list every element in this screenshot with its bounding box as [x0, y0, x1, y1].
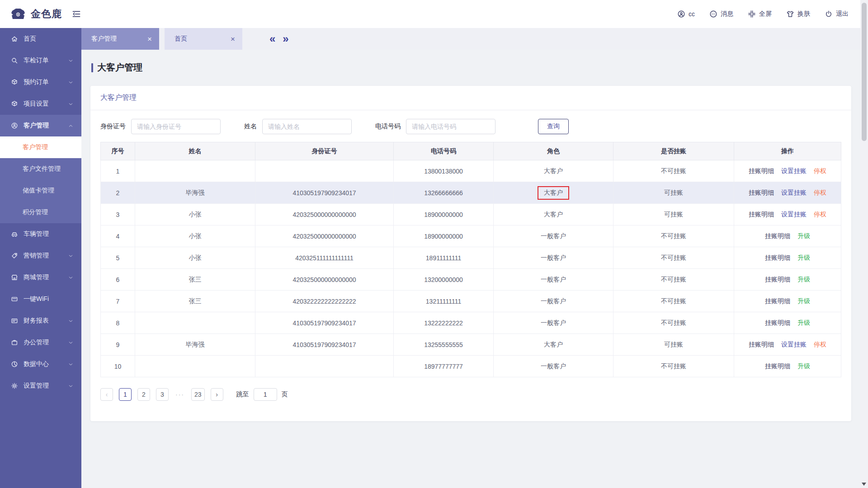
pagination-page-2[interactable]: 2 [137, 388, 150, 401]
action-detail-link[interactable]: 挂账明细 [749, 189, 774, 197]
table-row: 841030519790923401713222222222一般客户不可挂账挂账… [101, 312, 841, 334]
pagination-prev-button[interactable]: ‹ [100, 388, 113, 401]
sidebar-item-营销管理[interactable]: 营销管理 [0, 245, 81, 267]
header-user[interactable]: cc [677, 10, 695, 18]
sidebar-item-车检订单[interactable]: 车检订单 [0, 50, 81, 71]
action-detail-link[interactable]: 挂账明细 [749, 341, 774, 349]
action-revoke-link[interactable]: 停权 [814, 211, 826, 219]
tab-scroll-arrows: « » [269, 28, 289, 50]
sidebar-subitem-客户文件管理[interactable]: 客户文件管理 [0, 158, 81, 180]
sidebar-item-项目设置[interactable]: 项目设置 [0, 93, 81, 115]
sidebar-item-预约订单[interactable]: 预约订单 [0, 71, 81, 93]
shop-icon [11, 274, 18, 281]
sidebar-subitem-积分管理[interactable]: 积分管理 [0, 202, 81, 223]
column-header-姓名: 姓名 [135, 142, 255, 160]
sidebar-item-首页[interactable]: 首页 [0, 28, 81, 50]
tab-label: 客户管理 [91, 35, 117, 43]
sidebar-item-客户管理[interactable]: 客户管理 [0, 115, 81, 136]
chevron-down-icon [68, 275, 73, 280]
action-detail-link[interactable]: 挂账明细 [765, 254, 790, 262]
sidebar: 首页车检订单预约订单项目设置客户管理客户管理客户文件管理储值卡管理积分管理车辆管… [0, 28, 81, 488]
tab-label: 首页 [175, 35, 187, 43]
cell-actions: 挂账明细升级 [734, 247, 841, 269]
customer-table-wrap: 序号姓名身份证号电话号码角色是否挂账操作 113800138000大客户不可挂账… [100, 142, 841, 377]
scrollbar-down-arrow[interactable] [862, 483, 866, 486]
action-upgrade-link[interactable]: 升级 [797, 319, 810, 327]
action-detail-link[interactable]: 挂账明细 [765, 362, 790, 371]
action-revoke-link[interactable]: 停权 [814, 189, 826, 197]
action-upgrade-link[interactable]: 升级 [797, 276, 810, 284]
cell-id [255, 160, 394, 182]
customer-icon [11, 122, 18, 129]
header-action-消息[interactable]: 消息 [709, 10, 733, 18]
tab-客户管理[interactable]: 客户管理× [81, 28, 159, 50]
tabs-back-arrow[interactable]: « [269, 33, 275, 44]
action-detail-link[interactable]: 挂账明细 [765, 297, 790, 305]
brand: 金色鹿 [10, 7, 82, 21]
sidebar-item-商城管理[interactable]: 商城管理 [0, 267, 81, 288]
action-upgrade-link[interactable]: 升级 [797, 362, 810, 371]
header-action-退出[interactable]: 退出 [825, 10, 849, 18]
cell-credit: 不可挂账 [613, 291, 734, 312]
sidebar-item-财务报表[interactable]: 财务报表 [0, 310, 81, 332]
query-button[interactable]: 查询 [538, 119, 569, 134]
action-detail-link[interactable]: 挂账明细 [765, 276, 790, 284]
sidebar-item-label: 项目设置 [24, 100, 63, 108]
action-detail-link[interactable]: 挂账明细 [749, 167, 774, 175]
cell-role: 大客户 [494, 182, 613, 204]
tab-close-icon[interactable]: × [231, 35, 235, 43]
filter-input-电话号码[interactable] [406, 119, 495, 134]
sidebar-item-label: 数据中心 [24, 360, 63, 368]
tab-首页[interactable]: 首页× [165, 28, 242, 50]
tab-close-icon[interactable]: × [147, 35, 152, 43]
filter-group-身份证号: 身份证号 [100, 119, 221, 134]
action-revoke-link[interactable]: 停权 [814, 167, 826, 175]
pagination-next-button[interactable]: › [211, 388, 223, 401]
sidebar-item-车辆管理[interactable]: 车辆管理 [0, 223, 81, 245]
sidebar-collapse-icon[interactable] [71, 9, 82, 19]
cell-phone: 13200000000 [394, 269, 494, 291]
filter-input-身份证号[interactable] [131, 119, 221, 134]
gear-icon [11, 382, 18, 389]
pagination-page-23[interactable]: 23 [191, 388, 205, 401]
action-revoke-link[interactable]: 停权 [814, 341, 826, 349]
action-links: 挂账明细升级 [734, 254, 841, 262]
pagination-page-3[interactable]: 3 [156, 388, 169, 401]
cell-no: 8 [101, 312, 135, 334]
scrollbar-thumb[interactable] [862, 3, 867, 141]
sidebar-item-一键WiFi[interactable]: 一键WiFi [0, 288, 81, 310]
action-upgrade-link[interactable]: 升级 [797, 232, 810, 240]
column-header-身份证号: 身份证号 [255, 142, 394, 160]
action-set-link[interactable]: 设置挂账 [781, 211, 807, 219]
cell-name: 小张 [135, 204, 255, 225]
action-detail-link[interactable]: 挂账明细 [765, 232, 790, 240]
jump-label: 跳至 [236, 390, 249, 399]
car-icon [11, 230, 18, 238]
page-title-row: 大客户管理 [91, 61, 860, 74]
cell-phone: 13255555555 [394, 334, 494, 356]
action-set-link[interactable]: 设置挂账 [781, 189, 807, 197]
window-scrollbar[interactable] [860, 0, 868, 488]
cell-id: 420322222222222222 [255, 291, 394, 312]
sidebar-subitem-客户管理[interactable]: 客户管理 [0, 136, 81, 158]
tabs-forward-arrow[interactable]: » [283, 33, 288, 44]
action-detail-link[interactable]: 挂账明细 [749, 211, 774, 219]
chevron-down-icon [68, 340, 73, 345]
filter-input-姓名[interactable] [262, 119, 352, 134]
header-action-全屏[interactable]: 全屏 [748, 10, 772, 18]
pagination-page-1[interactable]: 1 [119, 388, 132, 401]
action-set-link[interactable]: 设置挂账 [781, 167, 807, 175]
action-detail-link[interactable]: 挂账明细 [765, 319, 790, 327]
sidebar-item-设置管理[interactable]: 设置管理 [0, 375, 81, 397]
sidebar-item-数据中心[interactable]: 数据中心 [0, 353, 81, 375]
chevron-down-icon [68, 80, 73, 85]
cell-actions: 挂账明细设置挂账停权 [734, 160, 841, 182]
action-upgrade-link[interactable]: 升级 [797, 254, 810, 262]
sidebar-item-办公管理[interactable]: 办公管理 [0, 332, 81, 353]
action-links: 挂账明细升级 [734, 232, 841, 240]
action-upgrade-link[interactable]: 升级 [797, 297, 810, 305]
header-action-换肤[interactable]: 换肤 [786, 10, 810, 18]
action-set-link[interactable]: 设置挂账 [781, 341, 807, 349]
jump-page-input[interactable] [254, 388, 277, 401]
sidebar-subitem-储值卡管理[interactable]: 储值卡管理 [0, 180, 81, 202]
